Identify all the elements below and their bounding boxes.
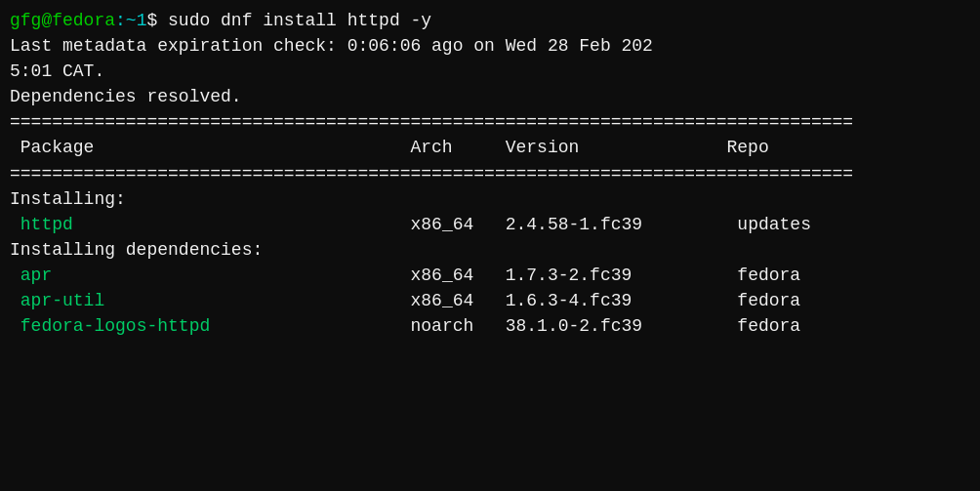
package-row-fedora-logos: fedora-logos-httpd noarch 38.1.0-2.fc39 … (10, 313, 970, 339)
package-name-apr-util: apr-util (20, 291, 104, 310)
separator-bottom: ========================================… (10, 161, 970, 186)
output-line-3: Dependencies resolved. (10, 84, 970, 109)
terminal-window[interactable]: gfg@fedora:~1$ sudo dnf install httpd -y… (0, 0, 980, 491)
package-row-apr-util: apr-util x86_64 1.6.3-4.fc39 fedora (10, 288, 970, 313)
output-line-2: 5:01 CAT. (10, 59, 970, 84)
package-details-apr-util: x86_64 1.6.3-4.fc39 fedora (104, 291, 800, 310)
command-text: sudo dnf install httpd -y (168, 11, 431, 30)
package-name-httpd: httpd (20, 215, 73, 234)
package-name-fedora-logos: fedora-logos-httpd (20, 316, 210, 336)
package-row-httpd: httpd x86_64 2.4.58-1.fc39 updates (10, 212, 970, 237)
package-details-httpd: x86_64 2.4.58-1.fc39 updates (73, 215, 811, 234)
prompt-line: gfg@fedora:~1$ sudo dnf install httpd -y (10, 8, 970, 33)
output-line-1: Last metadata expiration check: 0:06:06 … (10, 33, 970, 59)
prompt-tilde: :~1 (115, 11, 146, 30)
package-details-fedora-logos: noarch 38.1.0-2.fc39 fedora (210, 316, 800, 336)
package-details-apr: x86_64 1.7.3-2.fc39 fedora (52, 266, 800, 285)
installing-deps-label: Installing dependencies: (10, 237, 970, 263)
table-header: Package Arch Version Repo (10, 135, 970, 160)
prompt-dollar: $ (146, 11, 168, 30)
package-row-apr: apr x86_64 1.7.3-2.fc39 fedora (10, 263, 970, 288)
prompt-user-host: gfg@fedora (10, 11, 115, 30)
installing-label: Installing: (10, 186, 970, 212)
separator-top: ========================================… (10, 109, 970, 135)
package-name-apr: apr (20, 266, 52, 285)
